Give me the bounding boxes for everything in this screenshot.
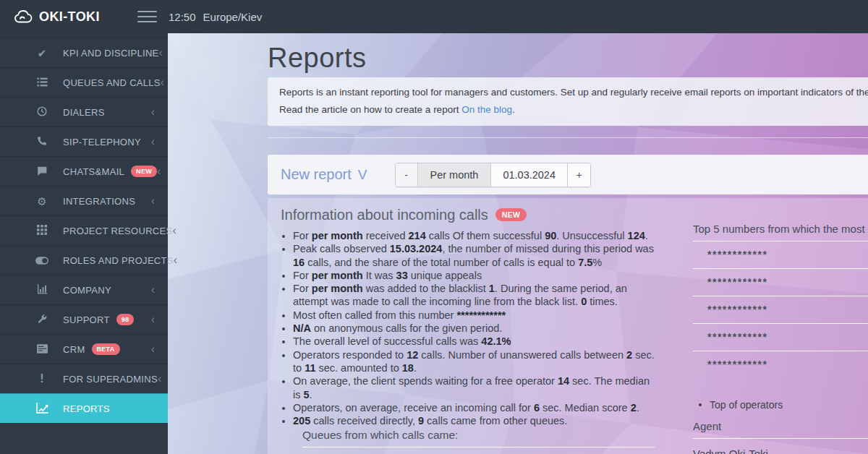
sidebar-badge: BETA: [92, 343, 120, 355]
sidebar-item-label: QUEUES AND CALLS: [63, 77, 161, 88]
top-numbers-column: Top 5 numbers from which the most ******…: [693, 205, 868, 454]
sidebar-item-label: ROLES AND PROJECTS: [63, 255, 174, 266]
chart-line-icon: [33, 403, 51, 415]
section-divider: [268, 137, 868, 138]
blog-link[interactable]: On the blog: [461, 104, 512, 115]
bar-chart-icon: [33, 284, 51, 296]
top5-number-row: ************: [693, 324, 868, 351]
sidebar-item-label: CHATS&MAIL: [63, 166, 124, 177]
bullet-dot-icon: [699, 403, 702, 406]
sidebar-item-label: REPORTS: [63, 403, 110, 414]
sidebar-item-support[interactable]: SUPPORT98‹: [0, 304, 168, 334]
sidebar-item-dialers[interactable]: DIALERS‹: [0, 97, 168, 127]
sidebar-item-project-resources[interactable]: PROJECT RESOURCES‹: [0, 215, 168, 245]
sidebar: ✔KPI AND DISCIPLINE‹QUEUES AND CALLS‹DIA…: [0, 33, 168, 454]
chat-icon: [33, 166, 51, 177]
chevron-left-icon: ‹: [151, 136, 155, 147]
sidebar-item-label: INTEGRATIONS: [63, 196, 135, 207]
report-bullet: Most often called from this number *****…: [293, 309, 655, 322]
sidebar-item-label: PROJECT RESOURCES: [63, 226, 173, 236]
timezone-label: Europe/Kiev: [203, 11, 263, 23]
intro-text-line2: Read the article on how to create a repo…: [279, 103, 868, 116]
gears-icon: ⚙: [33, 196, 51, 207]
period-button-group: - Per month 01.03.2024 +: [395, 163, 591, 187]
top-operators-bullet: Top of operators: [693, 399, 868, 411]
sidebar-item-chats-mail[interactable]: CHATS&MAILNEW‹: [0, 156, 168, 186]
page-content: Reports Reports is an instant reporting …: [268, 33, 868, 454]
report-bullet: 205 calls received directly, 9 calls cam…: [293, 414, 655, 427]
clock: 12:50 Europe/Kiev: [169, 0, 262, 33]
sidebar-item-queues-and-calls[interactable]: QUEUES AND CALLS‹: [0, 67, 168, 97]
grid-icon: [33, 225, 51, 236]
sidebar-badge: 98: [116, 314, 135, 325]
report-bullet: Operators responded to 12 calls. Number …: [293, 348, 655, 375]
intro-text-line1: Reports is an instant reporting tool for…: [279, 85, 868, 99]
topbar: OKI-TOKI 12:50 Europe/Kiev: [0, 0, 868, 33]
incoming-calls-column: Information about incoming calls NEW For…: [281, 205, 655, 454]
report-bullet: For per month was added to the blacklist…: [293, 282, 655, 309]
sidebar-item-crm[interactable]: CRMBETA‹: [0, 334, 168, 364]
section-title: Information about incoming calls: [281, 205, 488, 224]
report-toolbar: New report V - Per month 01.03.2024 +: [268, 155, 868, 194]
top5-number-row: ************: [693, 241, 868, 269]
sidebar-item-integrations[interactable]: ⚙INTEGRATIONS‹: [0, 186, 168, 215]
top-operators-block: Top of operators Agent Vadym Oki-Toki: [693, 399, 868, 454]
sidebar-item-reports[interactable]: REPORTS: [0, 393, 168, 423]
sidebar-item-label: SUPPORT: [63, 314, 110, 325]
clock-icon: [33, 106, 51, 118]
brand: OKI-TOKI: [14, 0, 100, 33]
top5-number-row: ************: [693, 296, 868, 324]
sidebar-item-label: SIP-TELEPHONY: [63, 137, 141, 147]
time-value: 12:50: [169, 11, 196, 23]
period-date-button[interactable]: 01.03.2024: [491, 163, 568, 187]
screen-icon: [33, 344, 51, 355]
report-bullet: The overall level of successful calls wa…: [293, 335, 655, 348]
period-prev-button[interactable]: -: [396, 163, 418, 187]
incoming-calls-bullet-list: For per month received 214 calls Of them…: [281, 229, 655, 427]
chevron-left-icon: ‹: [151, 106, 155, 118]
chevron-left-icon: ‹: [161, 77, 164, 88]
wrench-icon: [33, 314, 51, 325]
check-icon: ✔: [33, 48, 51, 59]
top5-number-row: ************: [693, 351, 868, 378]
hamburger-menu-icon[interactable]: [137, 11, 157, 22]
report-bullet: For per month received 214 calls Of them…: [293, 229, 655, 242]
intro-note: Reports is an instant reporting tool for…: [268, 77, 868, 126]
page-title: Reports: [268, 41, 868, 74]
sidebar-menu: ✔KPI AND DISCIPLINE‹QUEUES AND CALLS‹DIA…: [0, 33, 168, 423]
report-dropdown-caret-icon[interactable]: V: [358, 167, 367, 183]
main-area: Reports Reports is an instant reporting …: [168, 33, 868, 454]
queues-table-row: N/A9: [302, 447, 655, 454]
toggle-icon: [33, 255, 51, 266]
chevron-left-icon: ‹: [158, 373, 161, 385]
sidebar-item-label: DIALERS: [63, 107, 105, 118]
sidebar-item-for-superadmins[interactable]: !FOR SUPERADMINS‹: [0, 364, 168, 393]
top5-table-rows: ****************************************…: [693, 241, 868, 378]
period-type-button[interactable]: Per month: [418, 163, 492, 187]
list-icon: [33, 77, 51, 88]
report-bullet: N/A on anonymous calls for the given per…: [293, 322, 655, 335]
new-badge: NEW: [495, 208, 527, 221]
sidebar-item-roles-and-projects[interactable]: ROLES AND PROJECTS‹: [0, 245, 168, 275]
sidebar-badge: NEW: [131, 166, 157, 177]
report-bullet: Peak calls observed 15.03.2024, the numb…: [293, 242, 655, 269]
period-next-button[interactable]: +: [568, 163, 590, 187]
chevron-left-icon: ‹: [157, 166, 161, 177]
chevron-left-icon: ‹: [151, 284, 155, 296]
chevron-left-icon: ‹: [173, 225, 176, 236]
phone-icon: [33, 136, 51, 147]
report-bullet: Operators, on average, receive an incomi…: [293, 401, 655, 414]
agent-rows: Vadym Oki-Toki: [693, 439, 868, 454]
sidebar-item-company[interactable]: COMPANY‹: [0, 275, 168, 304]
sidebar-item-label: CRM: [63, 344, 85, 355]
top5-table-title: Top 5 numbers from which the most: [693, 223, 868, 241]
chevron-left-icon: ‹: [151, 195, 155, 207]
cloud-logo-icon: [14, 9, 33, 24]
chevron-left-icon: ‹: [151, 314, 155, 325]
report-panel: Information about incoming calls NEW For…: [268, 198, 868, 454]
sidebar-item-sip-telephony[interactable]: SIP-TELEPHONY‹: [0, 127, 168, 156]
report-name-dropdown[interactable]: New report: [281, 166, 352, 183]
top5-number-row: ************: [693, 269, 868, 296]
brand-text: OKI-TOKI: [39, 9, 100, 25]
sidebar-item-kpi-and-discipline[interactable]: ✔KPI AND DISCIPLINE‹: [0, 38, 168, 67]
